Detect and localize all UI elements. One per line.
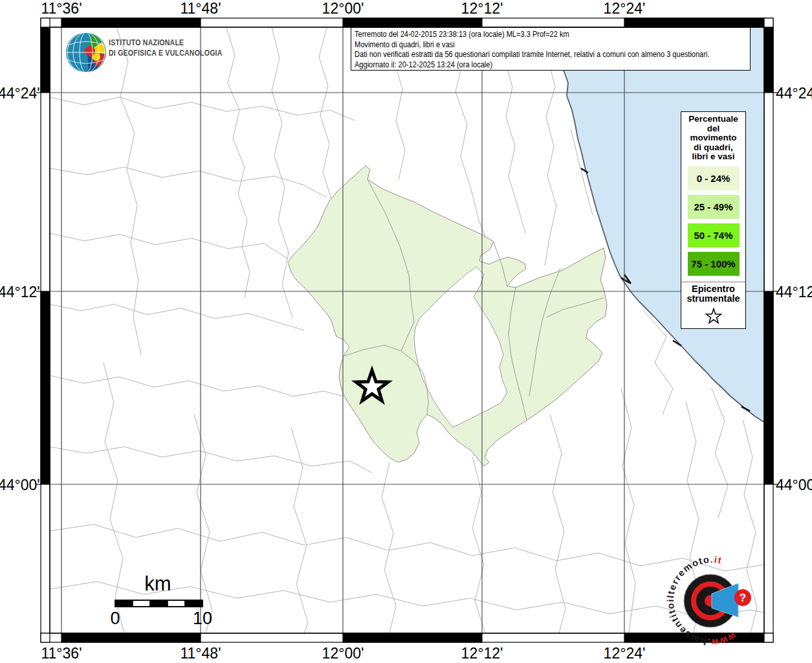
axis-label-top-2: 12°00' [301, 0, 385, 17]
legend-title: Percentuale del movimento di quadri, lib… [688, 115, 738, 162]
axis-label-right-1: 44°12' [776, 284, 812, 301]
axis-label-left-2: 44°00' [0, 477, 38, 494]
event-effect: Movimento di quadri, libri e vasi [355, 39, 688, 50]
legend-swatch-1: 25 - 49% [688, 195, 740, 219]
legend-swatch-0: 0 - 24% [688, 166, 740, 190]
event-data-note: Dati non verificati estratti da 56 quest… [355, 49, 688, 60]
epicenter-legend-star-icon [705, 307, 723, 325]
scale-bar-end: 10 [190, 609, 215, 629]
legend-divider [682, 282, 745, 282]
legend-epicenter-label: Epicentro strumentale [686, 284, 740, 304]
axis-label-bottom-3: 12°12' [440, 645, 524, 662]
axis-label-bottom-4: 12°24' [582, 645, 666, 662]
axis-label-right-2: 44°00' [776, 477, 812, 494]
event-updated-at: Aggiornato il: 20-12-2025 13:24 (ora loc… [355, 60, 688, 70]
axis-label-top-4: 12°24' [582, 0, 666, 17]
felt-area [288, 166, 607, 466]
event-info-box: Terremoto del 24-02-2015 23:38:13 (ora l… [351, 27, 751, 71]
scale-bar [115, 600, 203, 607]
ingv-name-line2: DI GEOFISICA E VULCANOLOGIA [109, 48, 223, 58]
legend: Percentuale del movimento di quadri, lib… [681, 111, 746, 329]
svg-text:?: ? [740, 592, 746, 604]
legend-swatch-3: 75 - 100% [688, 252, 740, 276]
scale-bar-unit: km [138, 572, 177, 596]
ingv-logo: ISTITUTO NAZIONALE DI GEOFISICA E VULCAN… [109, 38, 254, 58]
scale-bar-start: 0 [102, 609, 128, 629]
axis-label-bottom-0: 11°36' [19, 645, 104, 662]
axis-label-left-0: 44°24' [0, 85, 38, 102]
legend-swatch-2: 50 - 74% [688, 223, 740, 247]
axis-label-bottom-1: 11°48' [159, 645, 243, 662]
axis-label-right-0: 44°24' [776, 85, 812, 102]
axis-label-left-1: 44°12' [0, 284, 38, 301]
ingv-globe-icon [66, 32, 106, 73]
event-title: Terremoto del 24-02-2015 23:38:13 (ora l… [355, 29, 688, 39]
ingv-name-line1: ISTITUTO NAZIONALE [109, 38, 223, 48]
map-canvas: ? www.haisentitoilterremoto.it [0, 0, 812, 663]
axis-label-top-3: 12°12' [440, 0, 524, 17]
axis-label-top-0: 11°36' [19, 0, 104, 17]
axis-label-bottom-2: 12°00' [301, 645, 385, 662]
map-page: ? www.haisentitoilterremoto.it 11°36' 11… [0, 0, 812, 663]
axis-label-top-1: 11°48' [159, 0, 243, 17]
